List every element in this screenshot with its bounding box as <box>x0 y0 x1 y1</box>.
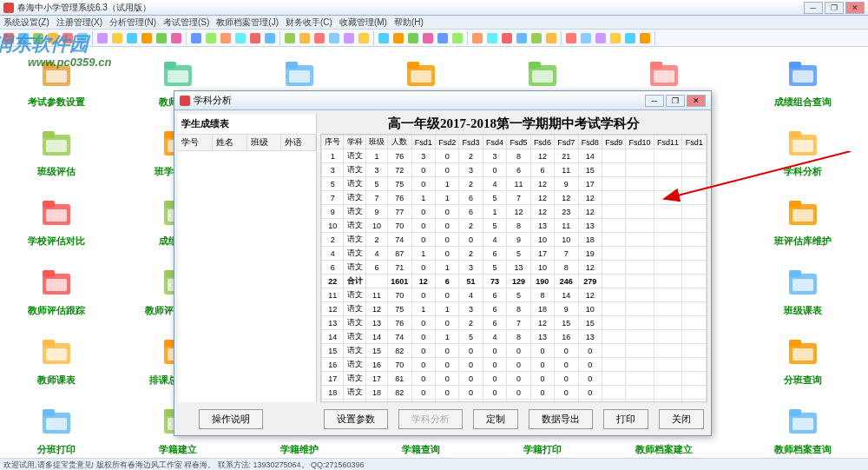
folder-icon <box>646 56 682 92</box>
toolbar-button[interactable] <box>233 31 247 45</box>
desktop-icon[interactable]: 班级评估 <box>17 125 95 178</box>
help-button[interactable]: 操作说明 <box>199 409 263 429</box>
toolbar-button[interactable] <box>169 31 183 45</box>
table-row[interactable]: 17语文178100000000 <box>322 372 707 386</box>
svg-rect-47 <box>46 279 67 291</box>
table-row[interactable]: 15语文158200000000 <box>322 344 707 358</box>
menu-item[interactable]: 考试管理(S) <box>163 17 209 29</box>
table-row[interactable]: 12语文12751136818910 <box>322 302 707 316</box>
table-row[interactable]: 4语文4871026517719 <box>322 247 707 261</box>
desktop-icon[interactable]: 班级课表 <box>764 264 842 317</box>
menu-item[interactable]: 系统设置(Z) <box>3 17 49 29</box>
dialog-titlebar: 学科分析 ─ ❐ ✕ <box>174 91 711 110</box>
toolbar-button[interactable] <box>608 31 622 45</box>
toolbar-button[interactable] <box>500 31 514 45</box>
toolbar-button[interactable] <box>515 31 529 45</box>
toolbar-button[interactable] <box>421 31 435 45</box>
table-row[interactable]: 3语文3720030661115 <box>322 163 707 177</box>
table-row[interactable]: 10语文107000258131113 <box>322 219 707 233</box>
toolbar-button[interactable] <box>470 31 484 45</box>
svg-rect-32 <box>792 140 813 152</box>
col-header: Fsd2 <box>435 136 458 149</box>
toolbar-button[interactable] <box>140 31 154 45</box>
icon-label: 教师课表 <box>17 374 95 387</box>
table-row[interactable]: 5语文57501241112917 <box>322 177 707 191</box>
folder-icon <box>38 125 75 162</box>
toolbar-button[interactable] <box>391 31 405 45</box>
toolbar-button[interactable] <box>342 31 356 45</box>
dialog-close-button[interactable]: ✕ <box>687 95 706 107</box>
dialog-icon <box>180 96 190 106</box>
table-row[interactable]: 18语文188200000000 <box>322 386 707 400</box>
toolbar-button[interactable] <box>327 31 341 45</box>
desktop-icon[interactable]: 班评估库维护 <box>764 195 842 248</box>
toolbar-button[interactable] <box>485 31 499 45</box>
desktop-icon[interactable]: 成绩组合查询 <box>764 56 842 109</box>
toolbar-button[interactable] <box>450 31 464 45</box>
desktop-icon[interactable]: 教师课表 <box>17 334 95 387</box>
toolbar-button[interactable] <box>204 31 218 45</box>
table-row[interactable]: 19语文198200000000 <box>322 400 707 403</box>
toolbar-button[interactable] <box>544 31 558 45</box>
toolbar-button[interactable] <box>436 31 450 45</box>
menu-item[interactable]: 收藏管理(M) <box>339 17 387 29</box>
table-row[interactable]: 1语文17630238122114 <box>322 149 707 163</box>
toolbar-button[interactable] <box>564 31 578 45</box>
desktop-icon[interactable]: 分班打印 <box>17 403 95 456</box>
toolbar-button[interactable] <box>263 31 277 45</box>
desktop-icon[interactable]: 分班查询 <box>764 334 842 387</box>
table-row[interactable]: 13语文137600267121515 <box>322 316 707 330</box>
menu-item[interactable]: 财务收手(C) <box>286 17 332 29</box>
toolbar-button[interactable] <box>312 31 326 45</box>
toolbar-button[interactable] <box>110 31 124 45</box>
table-row[interactable]: 9语文977006112122312 <box>322 205 707 219</box>
desktop-icon[interactable]: 教师评估跟踪 <box>17 264 95 317</box>
table-row[interactable]: 7语文77611657121212 <box>322 191 707 205</box>
analysis-table[interactable]: 序号学科班级人数Fsd1Fsd2Fsd3Fsd4Fsd5Fsd6Fsd7Fsd8… <box>320 134 707 402</box>
table-row[interactable]: 11语文11700046581412 <box>322 288 707 302</box>
toolbar-button[interactable] <box>283 31 297 45</box>
student-score-panel: 学生成绩表 学号姓名班级外语 <box>178 114 317 402</box>
custom-button[interactable]: 定制 <box>473 409 518 429</box>
toolbar-button[interactable] <box>125 31 139 45</box>
print-button[interactable]: 打印 <box>603 409 648 429</box>
toolbar-button[interactable] <box>298 31 312 45</box>
svg-rect-8 <box>289 70 310 83</box>
menu-item[interactable]: 注册管理(X) <box>56 17 102 29</box>
dialog-minimize-button[interactable]: ─ <box>645 95 664 107</box>
svg-rect-5 <box>168 70 188 83</box>
close-dialog-button[interactable]: 关闭 <box>659 409 704 429</box>
params-button[interactable]: 设置参数 <box>324 409 388 429</box>
menu-item[interactable]: 分析管理(N) <box>109 17 156 29</box>
table-row[interactable]: 6语文67101351310812 <box>322 261 707 275</box>
desktop-icon[interactable]: 学科分析 <box>764 125 842 178</box>
toolbar-button[interactable] <box>377 31 391 45</box>
desktop-icon[interactable]: 教师档案查询 <box>764 403 842 456</box>
toolbar-button[interactable] <box>406 31 420 45</box>
toolbar-button[interactable] <box>248 31 262 45</box>
close-button[interactable]: ✕ <box>845 2 865 14</box>
dialog-maximize-button[interactable]: ❐ <box>666 95 685 107</box>
table-row[interactable]: 16语文167000000000 <box>322 358 707 372</box>
dialog-title: 学科分析 <box>194 94 232 107</box>
desktop-icon[interactable]: 学校评估对比 <box>17 195 95 248</box>
svg-rect-16 <box>650 62 662 69</box>
menu-item[interactable]: 教师档案管理(J) <box>216 17 279 29</box>
toolbar-button[interactable] <box>219 31 233 45</box>
toolbar-button[interactable] <box>357 31 371 45</box>
table-row[interactable]: 14语文147401548131613 <box>322 330 707 344</box>
toolbar-button[interactable] <box>529 31 543 45</box>
folder-icon <box>38 334 75 370</box>
toolbar-button[interactable] <box>579 31 593 45</box>
toolbar-button[interactable] <box>638 31 652 45</box>
toolbar-button[interactable] <box>594 31 608 45</box>
toolbar-button[interactable] <box>189 31 203 45</box>
folder-icon <box>785 56 821 92</box>
minimize-button[interactable]: ─ <box>804 2 823 14</box>
export-button[interactable]: 数据导出 <box>529 409 593 429</box>
toolbar-button[interactable] <box>623 31 637 45</box>
table-row[interactable]: 2语文27400049101018 <box>322 233 707 247</box>
toolbar-button[interactable] <box>155 31 168 45</box>
menu-item[interactable]: 帮助(H) <box>394 17 424 29</box>
maximize-button[interactable]: ❐ <box>825 2 844 14</box>
